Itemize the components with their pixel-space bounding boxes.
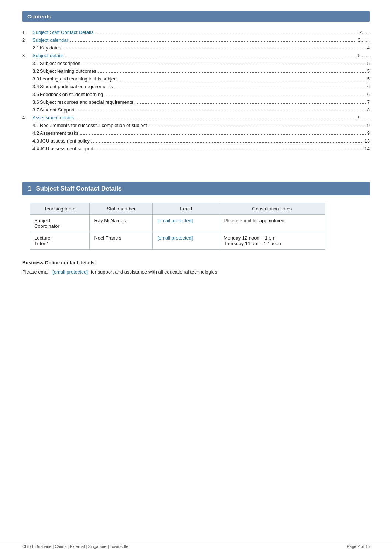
toc-subnum-3-7: 3.7	[22, 107, 40, 113]
business-contact-line: Please email [email protected] for suppo…	[22, 269, 370, 275]
toc-sublabel-3-3: Learning and teaching in this subject	[40, 76, 118, 82]
toc-item-2: 2 Subject calendar 3.......	[22, 36, 370, 44]
toc-sublabel-4-1: Requirements for successful completion o…	[40, 123, 147, 128]
business-contact-email[interactable]: [email protected]	[52, 269, 88, 275]
toc-dots-3-2	[98, 72, 366, 73]
business-contact-section: Business Online contact details: Please …	[22, 260, 370, 275]
toc-subnum-3-6: 3.6	[22, 99, 40, 105]
email-link-1[interactable]: [email protected]	[157, 218, 193, 223]
staff-team-2: LecturerTutor 1	[30, 232, 90, 250]
toc-dots-3-7	[76, 111, 366, 111]
toc-sublabel-3-1: Subject description	[40, 61, 80, 66]
toc-sublabel-3-2: Subject learning outcomes	[40, 68, 96, 74]
toc-page-4-2: 9	[367, 130, 370, 136]
toc-subitem-3-4: 3.4 Student participation requirements 6	[22, 83, 370, 90]
toc-sublabel-3-4: Student participation requirements	[40, 84, 113, 89]
staff-contact-table: Teaching team Staff member Email Consult…	[30, 203, 325, 250]
toc-subitem-3-6: 3.6 Subject resources and special requir…	[22, 98, 370, 106]
toc-item-4: 4 Assessment details 9.......	[22, 114, 370, 121]
page-footer: CBLG: Brisbane | Cairns | External | Sin…	[0, 541, 392, 549]
toc-sublabel-4-4: JCU assessment support	[40, 146, 93, 151]
toc-page-1: 2......	[359, 30, 370, 35]
toc-dots-2	[70, 41, 357, 42]
toc-page-3-2: 5	[367, 68, 370, 74]
toc-link-2[interactable]: Subject calendar	[32, 37, 68, 43]
toc-subitem-3-5: 3.5 Feedback on student learning 6	[22, 90, 370, 98]
toc-subnum-3-2: 3.2	[22, 68, 40, 74]
section1-heading: 1 Subject Staff Contact Details	[22, 182, 370, 195]
toc-page-3-5: 6	[367, 92, 370, 97]
toc-dots-3-6	[135, 103, 366, 104]
toc-subitem-4-4: 4.4 JCU assessment support 14	[22, 145, 370, 152]
contents-title: Contents	[27, 13, 51, 20]
staff-team-1: SubjectCoordinator	[30, 215, 90, 232]
toc-dots-4-1	[148, 127, 366, 127]
staff-consultation-1: Please email for appointment	[219, 215, 325, 232]
toc-page-3: 5.......	[358, 53, 370, 58]
toc-subitem-4-2: 4.2 Assessment tasks 9	[22, 129, 370, 137]
email-link-2[interactable]: [email protected]	[157, 235, 193, 241]
toc-page-3-6: 7	[367, 99, 370, 105]
staff-consultation-2: Monday 12 noon – 1 pmThursday 11 am – 12…	[219, 232, 325, 250]
toc-dots-4-4	[95, 150, 363, 150]
toc-num-2: 2	[22, 37, 32, 43]
toc-page-3-3: 5	[367, 76, 370, 82]
section1-num: 1	[28, 185, 31, 192]
toc-sublabel-4-2: Assessment tasks	[40, 130, 79, 136]
staff-member-1: Ray McNamara	[90, 215, 153, 232]
toc-dots-3-3	[119, 80, 366, 80]
toc-subnum-3-5: 3.5	[22, 92, 40, 97]
footer-right: Page 2 of 15	[347, 544, 370, 549]
toc-subitem-2-1: 2.1 Key dates 4	[22, 44, 370, 52]
toc-subitem-3-1: 3.1 Subject description 5	[22, 59, 370, 67]
toc-sublabel-3-7: Student Support	[40, 107, 75, 113]
toc-page-4: 9.......	[358, 115, 370, 120]
toc-sublabel-3-5: Feedback on student learning	[40, 92, 103, 97]
col-header-team: Teaching team	[30, 203, 90, 215]
toc-page-4-4: 14	[365, 146, 370, 151]
col-header-staff: Staff member	[90, 203, 153, 215]
toc-subitem-3-2: 3.2 Subject learning outcomes 5	[22, 67, 370, 75]
col-header-email: Email	[153, 203, 219, 215]
toc-subnum-3-4: 3.4	[22, 84, 40, 89]
toc-dots-3-5	[104, 96, 365, 96]
toc-dots-4	[75, 119, 356, 119]
toc-dots-3-1	[82, 65, 366, 65]
toc-dots-1	[95, 34, 358, 34]
toc-dots-4-3	[91, 142, 363, 143]
toc-page-3-7: 8	[367, 107, 370, 113]
staff-table-header-row: Teaching team Staff member Email Consult…	[30, 203, 325, 215]
footer-left: CBLG: Brisbane | Cairns | External | Sin…	[22, 544, 128, 549]
toc-sublabel-4-3: JCU assessment policy	[40, 138, 90, 144]
business-contact-before: Please email	[22, 269, 49, 275]
toc-page-2: 3.......	[358, 37, 370, 43]
toc-num-3: 3	[22, 53, 32, 58]
toc-link-1[interactable]: Subject Staff Contact Details	[32, 30, 93, 35]
staff-email-1: [email protected]	[153, 215, 219, 232]
business-contact-after: for support and assistance with all educ…	[91, 269, 217, 275]
toc-sublabel-2-1: Key dates	[40, 45, 61, 51]
toc-page-4-3: 13	[365, 138, 370, 144]
toc-page-2-1: 4	[367, 45, 370, 51]
toc-item-3: 3 Subject details 5.......	[22, 52, 370, 59]
toc-page-3-1: 5	[367, 61, 370, 66]
toc-subnum-4-1: 4.1	[22, 123, 40, 128]
toc-dots-3-4	[114, 88, 366, 88]
toc-sublabel-3-6: Subject resources and special requiremen…	[40, 99, 133, 105]
toc-num-1: 1	[22, 30, 32, 35]
toc-subitem-3-7: 3.7 Student Support 8	[22, 106, 370, 114]
toc-subitem-3-3: 3.3 Learning and teaching in this subjec…	[22, 75, 370, 83]
staff-row-2: LecturerTutor 1 Noel Francis [email prot…	[30, 232, 325, 250]
toc-dots-3	[65, 57, 357, 57]
toc-subnum-3-3: 3.3	[22, 76, 40, 82]
staff-member-2: Noel Francis	[90, 232, 153, 250]
staff-email-2: [email protected]	[153, 232, 219, 250]
toc-subnum-4-4: 4.4	[22, 146, 40, 151]
toc-subnum-3-1: 3.1	[22, 61, 40, 66]
col-header-consultation: Consultation times	[219, 203, 325, 215]
toc-dots-2-1	[63, 49, 366, 49]
toc-subitem-4-3: 4.3 JCU assessment policy 13	[22, 137, 370, 145]
toc-link-3[interactable]: Subject details	[32, 53, 64, 58]
toc-subnum-4-3: 4.3	[22, 138, 40, 144]
toc-link-4[interactable]: Assessment details	[32, 115, 74, 120]
